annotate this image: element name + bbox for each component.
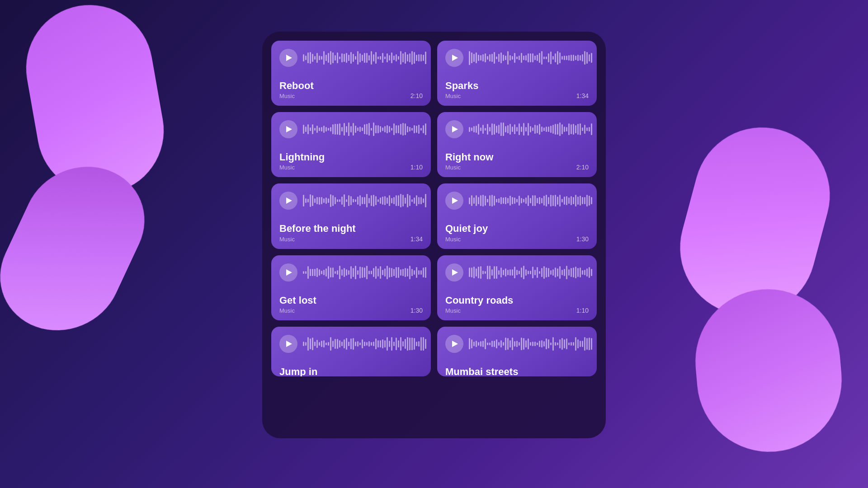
waveform-bar [346,269,347,276]
waveform-bar [476,52,477,63]
waveform-bar [364,53,365,63]
waveform-quiet-joy [469,192,592,209]
waveform-bar [348,195,349,206]
waveform-bar [586,52,588,64]
waveform-bar [411,51,413,65]
waveform-bar [420,270,422,275]
waveform-bar [552,269,554,276]
waveform-bar [550,52,552,64]
waveform-bar [550,343,552,345]
waveform-bar [371,271,372,274]
waveform-bar [546,338,547,349]
waveform-bar [405,52,406,64]
card-duration-before-night: 1:34 [410,235,423,243]
music-card-jump-in[interactable]: Jump in Music 2:10 [271,327,431,376]
waveform-bar [476,126,477,133]
waveform-bar [389,267,390,277]
card-bottom-country-roads: Country roads Music 1:10 [445,295,589,314]
waveform-bar [393,197,395,204]
waveform-bar [414,197,415,204]
waveform-bar [559,122,561,136]
play-button-right-now[interactable] [445,120,463,138]
waveform-bar [398,195,399,206]
waveform-bar [382,197,383,205]
waveform-bar [339,199,340,202]
waveform-bar [316,53,318,63]
play-button-before-night[interactable] [279,192,297,210]
waveform-bar [521,338,522,350]
waveform-bar [503,55,504,61]
waveform-bar [541,51,542,65]
waveform-bar [418,341,420,347]
waveform-bar [528,195,529,206]
waveform-bar [564,56,565,60]
card-genre-reboot: Music [279,93,314,99]
music-card-before-night[interactable]: Before the night Music 1:34 [271,183,431,249]
waveform-bar [543,266,545,279]
waveform-bar [375,196,377,205]
card-bottom-right-now: Right now Music 2:10 [445,152,589,171]
waveform-bar [539,271,540,274]
waveform-bar [307,266,309,279]
waveform-bar [471,267,472,277]
play-button-jump-in[interactable] [279,335,297,353]
card-genre-quiet-joy: Music [445,236,488,243]
card-bottom-get-lost: Get lost Music 1:30 [279,295,423,314]
waveform-bar [564,127,565,132]
waveform-bar [303,195,304,206]
waveform-bar [516,341,518,347]
play-button-country-roads[interactable] [445,263,463,282]
waveform-bar [561,124,563,134]
waveform-bar [503,270,504,275]
waveform-bar [582,127,583,131]
waveform-bar [332,52,334,63]
card-genre-lightning: Music [279,164,325,171]
music-card-get-lost[interactable]: Get lost Music 1:30 [271,255,431,320]
waveform-bar [498,198,500,203]
play-button-get-lost[interactable] [279,263,297,282]
waveform-bar [507,270,509,275]
waveform-bar [420,54,422,61]
music-card-lightning[interactable]: Lightning Music 1:10 [271,112,431,177]
waveform-bar [503,197,504,204]
waveform-bar [512,56,513,60]
waveform-bar [411,199,413,202]
music-card-sparks[interactable]: Sparks Music 1:34 [437,41,597,106]
waveform-bar [573,197,574,204]
play-button-quiet-joy[interactable] [445,192,463,210]
waveform-bar [414,125,415,133]
waveform-bar [423,125,424,133]
music-card-mumbai-streets[interactable]: Mumbai streets Music 1:34 [437,327,597,376]
waveform-bar [366,342,368,346]
music-card-quiet-joy[interactable]: Quiet joy Music 1:30 [437,183,597,249]
waveform-bar [402,341,404,347]
music-card-right-now[interactable]: Right now Music 2:10 [437,112,597,177]
waveform-bar [500,122,502,136]
waveform-bar [586,127,588,131]
waveform-bar [557,343,558,345]
music-card-country-roads[interactable]: Country roads Music 1:10 [437,255,597,320]
waveform-bar [494,124,495,135]
waveform-bar [548,127,549,132]
waveform-bar [414,270,415,275]
waveform-bar [312,124,313,134]
waveform-bar [498,54,500,62]
play-button-sparks[interactable] [445,49,463,67]
play-button-mumbai-streets[interactable] [445,335,463,353]
waveform-bar [335,271,336,274]
waveform-bar [478,197,479,204]
music-card-reboot[interactable]: Reboot Music 2:10 [271,41,431,106]
waveform-bar [323,340,325,347]
waveform-bar [514,197,515,204]
waveform-bar [532,342,533,346]
waveform-bar [387,125,388,133]
waveform-bar [512,269,513,276]
play-button-lightning[interactable] [279,120,297,138]
waveform-bar [364,267,365,277]
waveform-sparks [469,50,592,66]
waveform-bar [321,271,322,274]
waveform-bar [307,124,309,134]
waveform-bar [346,126,347,132]
waveform-bar [494,266,495,279]
play-button-reboot[interactable] [279,49,297,67]
